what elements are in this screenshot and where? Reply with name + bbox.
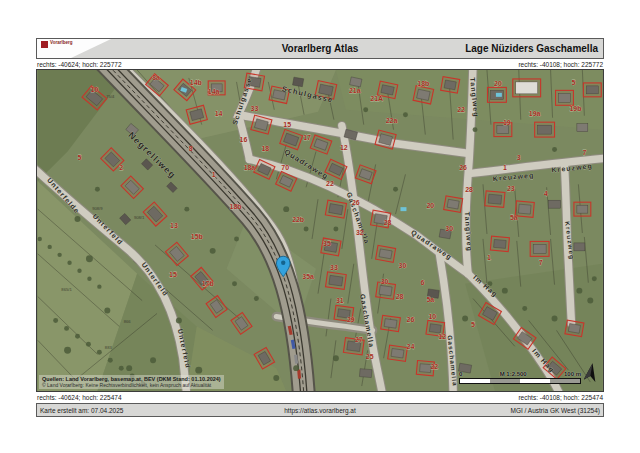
coordinates-bottom: rechts: -40624; hoch: 225474 rechts: -40… bbox=[36, 392, 604, 402]
house-number: 18a bbox=[244, 164, 256, 171]
house-number: 10 bbox=[428, 313, 436, 320]
house-number: 22a bbox=[386, 117, 398, 124]
house-number: 5a bbox=[426, 296, 434, 303]
house-number: 1 bbox=[503, 164, 507, 171]
coordinates-top: rechts: -40624; hoch: 225772 rechts: -40… bbox=[36, 59, 604, 69]
house-number: 30 bbox=[381, 278, 389, 285]
house-number: 19a bbox=[529, 110, 541, 117]
building bbox=[376, 245, 396, 262]
coordinate-top-right: rechts: -40108; hoch: 225772 bbox=[518, 61, 603, 68]
footer-created-date: Karte erstellt am: 07.04.2025 bbox=[37, 407, 123, 414]
house-number: 15b bbox=[191, 233, 203, 240]
house-number: 30 bbox=[445, 225, 453, 232]
building bbox=[441, 77, 460, 94]
house-number: 2 bbox=[119, 164, 123, 171]
vorarlberg-logo-text: Vorarlberg bbox=[50, 41, 72, 46]
house-number: 19 bbox=[503, 119, 511, 126]
building bbox=[574, 202, 591, 216]
house-number: 16 bbox=[240, 136, 248, 143]
building bbox=[549, 200, 561, 208]
house-number: 20 bbox=[426, 202, 434, 209]
vorarlberg-logo-icon bbox=[41, 41, 48, 48]
building bbox=[565, 320, 584, 337]
building bbox=[280, 129, 303, 149]
house-number: 14b bbox=[190, 79, 202, 86]
house-number: 1 bbox=[487, 254, 491, 261]
print-page: Vorarlberg Vorarlberg Atlas Lage Nüzider… bbox=[36, 38, 604, 417]
house-number: 3 bbox=[517, 154, 521, 161]
scale-zero: 0 bbox=[459, 371, 462, 377]
house-number: 28 bbox=[465, 186, 473, 193]
house-number: 12 bbox=[438, 333, 446, 340]
north-arrow-icon bbox=[584, 363, 598, 382]
house-number: 33 bbox=[251, 105, 259, 112]
building bbox=[310, 135, 332, 154]
house-number: 23 bbox=[507, 185, 515, 192]
house-number: 30 bbox=[399, 262, 407, 269]
house-number: 19b bbox=[569, 105, 581, 112]
building bbox=[413, 86, 434, 104]
house-number: 15 bbox=[169, 271, 177, 278]
map-aerial-image: 865/1866883908/1908/975/4 NegrelliwegSch… bbox=[37, 70, 603, 391]
house-number: 4 bbox=[544, 190, 548, 197]
house-number: 26 bbox=[407, 316, 415, 323]
building bbox=[120, 213, 131, 224]
house-number: 21a bbox=[349, 87, 361, 94]
house-number: 8 bbox=[189, 145, 193, 152]
scale-bar-segments bbox=[459, 378, 581, 384]
building bbox=[165, 242, 188, 265]
building bbox=[535, 122, 555, 137]
house-number: 32 bbox=[356, 229, 364, 236]
parcel-id: 75/4 bbox=[106, 94, 115, 99]
house-number: 15 bbox=[283, 121, 291, 128]
building bbox=[515, 201, 534, 217]
footer-projection: MGI / Austria GK West (31254) bbox=[511, 407, 600, 414]
header-bar: Vorarlberg Vorarlberg Atlas Lage Nüzider… bbox=[36, 38, 604, 59]
footer-bar: Karte erstellt am: 07.04.2025 https://at… bbox=[36, 403, 604, 417]
page-subtitle: Lage Nüziders Gaschamella bbox=[465, 43, 598, 54]
building bbox=[583, 83, 601, 97]
fields-layer bbox=[38, 70, 602, 391]
building bbox=[530, 241, 549, 256]
parcel-id: 908/1 bbox=[134, 215, 145, 220]
scale-bar: 0 M 1:2.500 100 m bbox=[459, 371, 581, 384]
house-number: 28 bbox=[396, 293, 404, 300]
house-number: 6 bbox=[420, 279, 424, 286]
house-number: 35a bbox=[302, 273, 314, 280]
house-number: 18b bbox=[230, 203, 242, 210]
building bbox=[206, 296, 227, 318]
building bbox=[359, 369, 372, 378]
house-number: 70 bbox=[281, 164, 289, 171]
house-number: 33 bbox=[330, 264, 338, 271]
house-number: 17b bbox=[202, 280, 214, 287]
attribution-disclaimer: © Land Vorarlberg: Keine Rechtsverbindli… bbox=[42, 382, 221, 388]
house-number: 28 bbox=[384, 219, 392, 226]
house-number: 35 bbox=[323, 240, 331, 247]
map-canvas: 865/1866883908/1908/975/4 NegrelliwegSch… bbox=[36, 69, 604, 392]
house-number: 22 bbox=[326, 180, 334, 187]
house-number: 14 bbox=[215, 110, 223, 117]
scale-ratio: M 1:2.500 bbox=[500, 371, 527, 377]
building bbox=[513, 79, 541, 97]
coordinate-top-left: rechts: -40624; hoch: 225772 bbox=[37, 61, 122, 68]
coordinate-bottom-right: rechts: -40108; hoch: 225474 bbox=[518, 394, 603, 401]
house-number: 17 bbox=[303, 134, 311, 141]
house-number: 5a bbox=[510, 214, 518, 221]
house-number: 24 bbox=[407, 343, 415, 350]
house-number: 27 bbox=[355, 336, 363, 343]
house-number: 18b bbox=[417, 80, 429, 87]
house-number: 5 bbox=[78, 154, 82, 161]
building bbox=[121, 176, 143, 198]
house-number: 26 bbox=[459, 164, 467, 171]
house-number: 22 bbox=[457, 106, 465, 113]
building bbox=[231, 313, 252, 335]
building bbox=[444, 196, 463, 213]
house-number: 29 bbox=[347, 316, 355, 323]
house-number: 21A bbox=[370, 95, 383, 102]
parcel-id: 865/1 bbox=[61, 287, 72, 292]
house-number: 5 bbox=[471, 321, 475, 328]
house-number: 22b bbox=[292, 216, 304, 223]
house-number: 13 bbox=[170, 222, 178, 229]
house-number: 18 bbox=[261, 145, 269, 152]
parcel-id: 866 bbox=[124, 319, 132, 324]
